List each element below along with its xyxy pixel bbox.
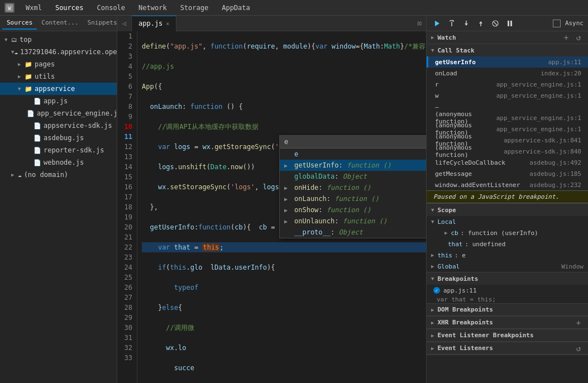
ac-item-e[interactable]: e <box>280 149 426 160</box>
watch-add-btn[interactable]: + <box>561 32 571 42</box>
scope-local-arrow: ▼ <box>431 219 434 224</box>
line-3: App({ <box>142 82 426 92</box>
tree-item-asdebug[interactable]: 📄 asdebug.js <box>0 132 117 144</box>
debug-resume-btn[interactable] <box>431 17 443 30</box>
menu-appdata[interactable]: AppData <box>219 3 252 13</box>
xhr-bp-header[interactable]: ▶ XHR Breakpoints + <box>427 317 588 329</box>
bp-code-0: var that = this; <box>427 296 588 303</box>
cs-item-3[interactable]: w app_service_engine.js:1 <box>427 90 588 101</box>
editor-tab-label: app.js <box>138 20 162 27</box>
right-panel-scroll[interactable]: ▶ Watch + ↺ ▼ Call Stack getUserInfo <box>427 31 588 383</box>
breakpoints-header[interactable]: ▼ Breakpoints <box>427 272 588 285</box>
cs-item-11[interactable]: window.addEventListener asdebug.js:232 <box>427 179 588 190</box>
event-bp-title: Event Listener Breakpoints <box>437 332 584 339</box>
scope-global-arrow: ▶ <box>431 264 434 269</box>
cs-item-9[interactable]: lifeCycleDoCallback asdebug.js:492 <box>427 157 588 168</box>
cs-name-1: onLoad <box>435 70 541 77</box>
ac-item-onlaunch[interactable]: ▶ onLaunch: function () <box>280 193 426 204</box>
bp-checkbox-0[interactable] <box>433 287 440 294</box>
event-bp-header[interactable]: ▶ Event Listener Breakpoints <box>427 329 588 342</box>
cs-file-10: asdebug.js:185 <box>529 170 581 178</box>
cs-item-10[interactable]: getMessage asdebug.js:185 <box>427 168 588 179</box>
ac-label-proto: __proto__: Object <box>294 228 363 236</box>
tree-item-pages[interactable]: ▶ 📁 pages <box>0 58 117 70</box>
scope-that-name: that <box>448 241 463 248</box>
tree-item-utils[interactable]: ▶ 📁 utils <box>0 70 117 83</box>
tree-item-nodomain[interactable]: ▶ ☁ (no domain) <box>0 169 117 181</box>
debug-stepover-btn[interactable] <box>446 17 458 30</box>
cs-name-2: r <box>435 81 496 88</box>
dom-bp-header[interactable]: ▶ DOM Breakpoints <box>427 304 588 316</box>
cs-name-0: getUserInfo <box>435 59 548 66</box>
tree-item-top[interactable]: ▼ 🗂 top <box>0 33 117 46</box>
scope-that[interactable]: that : undefined <box>438 238 588 250</box>
watch-title: Watch <box>437 34 561 41</box>
tree-item-reporter[interactable]: 📄 reporter-sdk.js <box>0 144 117 156</box>
ac-item-getuserinfo[interactable]: ▶ getUserInfo: function () <box>280 160 426 171</box>
right-panel: Async ▶ Watch + ↺ ▼ Call Stack <box>426 16 588 383</box>
close-tab-btn[interactable]: × <box>166 21 169 27</box>
icon-cloud1: ☁ <box>14 49 18 56</box>
async-label: Async <box>565 20 584 27</box>
cs-item-2[interactable]: r app_service_engine.js:1 <box>427 79 588 90</box>
xhr-bp-add-btn[interactable]: + <box>573 318 584 328</box>
ac-item-onunlaunch[interactable]: ▶ onUnlaunch: function () <box>280 216 426 227</box>
line-13: typeof <box>142 283 426 293</box>
event-bp-section: ▶ Event Listener Breakpoints <box>427 329 588 342</box>
scope-local-header[interactable]: ▼ Local <box>427 216 588 227</box>
menu-console[interactable]: Console <box>94 3 127 13</box>
tree-item-webnode[interactable]: 📄 webnode.js <box>0 156 117 169</box>
tab-sources[interactable]: Sources <box>2 17 37 30</box>
debug-pause-btn[interactable] <box>504 17 516 30</box>
el-refresh-btn[interactable]: ↺ <box>573 343 584 353</box>
bp-item-0[interactable]: app.js:11 <box>427 285 588 296</box>
menu-network[interactable]: Network <box>136 3 169 13</box>
icon-ase: 📄 <box>27 110 35 117</box>
cs-item-0[interactable]: getUserInfo app.js:11 <box>427 56 588 68</box>
cs-file-1: index.js:20 <box>541 70 581 77</box>
tab-snippets[interactable]: Snippets <box>83 17 122 30</box>
tree-item-appservice-engine[interactable]: 📄 app_service_engine.js <box>0 107 117 119</box>
callstack-header[interactable]: ▼ Call Stack <box>427 44 588 56</box>
scope-cb[interactable]: ▶ cb : function (userInfo) <box>438 227 588 238</box>
ac-item-proto[interactable]: __proto__: Object <box>280 227 426 238</box>
scope-this-header[interactable]: ▶ this : e <box>427 250 588 261</box>
tree-item-cloud1[interactable]: ▼ ☁ 137291046.appservice.open.we <box>0 46 117 58</box>
menu-sources[interactable]: Sources <box>53 3 86 13</box>
autocomplete-search: e <box>280 136 426 149</box>
async-checkbox[interactable] <box>553 20 561 27</box>
svg-line-10 <box>494 22 497 25</box>
cs-item-8[interactable]: (anonymous function) appservice-sdk.js:8… <box>427 146 588 157</box>
cs-name-10: getMessage <box>435 170 529 178</box>
ac-item-onhide[interactable]: ▶ onHide: function () <box>280 182 426 193</box>
debug-stepinto-btn[interactable] <box>460 17 472 30</box>
icon-webnode: 📄 <box>34 159 41 166</box>
code-editor[interactable]: 1 2 3 4 5 6 7 8 9 10 11 12 13 14 15 16 1… <box>117 31 426 383</box>
scope-content: ▼ Local ▶ cb : function (userInfo) that … <box>427 216 588 272</box>
left-tabs: Sources Content... Snippets ⋮ <box>0 16 117 31</box>
tree-item-sdk[interactable]: 📄 appservice-sdk.js <box>0 119 117 132</box>
paused-notice: Paused on a JavaScript breakpoint. <box>427 190 588 203</box>
el-header[interactable]: ▶ Event Listeners ↺ <box>427 342 588 355</box>
menu-wxml[interactable]: Wxml <box>23 3 44 13</box>
scope-header[interactable]: ▼ Scope <box>427 204 588 216</box>
editor-back-btn[interactable]: ◁ <box>117 16 132 31</box>
ac-item-globaldata[interactable]: globalData: Object <box>280 171 426 182</box>
watch-refresh-btn[interactable]: ↺ <box>573 32 584 42</box>
watch-header[interactable]: ▶ Watch + ↺ <box>427 31 588 44</box>
debug-deactivate-btn[interactable] <box>489 17 501 30</box>
cs-file-11: asdebug.js:232 <box>529 181 581 189</box>
cs-item-1[interactable]: onLoad index.js:20 <box>427 68 588 79</box>
tree-item-appservice[interactable]: ▼ 📁 appservice <box>0 83 117 95</box>
scope-global-header[interactable]: ▶ Global Window <box>427 261 588 272</box>
cs-name-8: (anonymous function) <box>435 144 504 159</box>
menu-storage[interactable]: Storage <box>178 3 211 13</box>
tree-item-appjs[interactable]: 📄 app.js <box>0 95 117 107</box>
ac-item-onshow[interactable]: ▶ onShow: function () <box>280 204 426 216</box>
tab-content[interactable]: Content... <box>37 17 83 30</box>
debug-stepout-btn[interactable] <box>475 17 487 30</box>
editor-tab-appjs[interactable]: app.js × <box>132 16 176 31</box>
editor-tab-right-icon[interactable]: ⊡ <box>413 20 426 27</box>
label-nodomain: (no domain) <box>24 171 68 179</box>
watch-arrow: ▶ <box>431 35 434 40</box>
